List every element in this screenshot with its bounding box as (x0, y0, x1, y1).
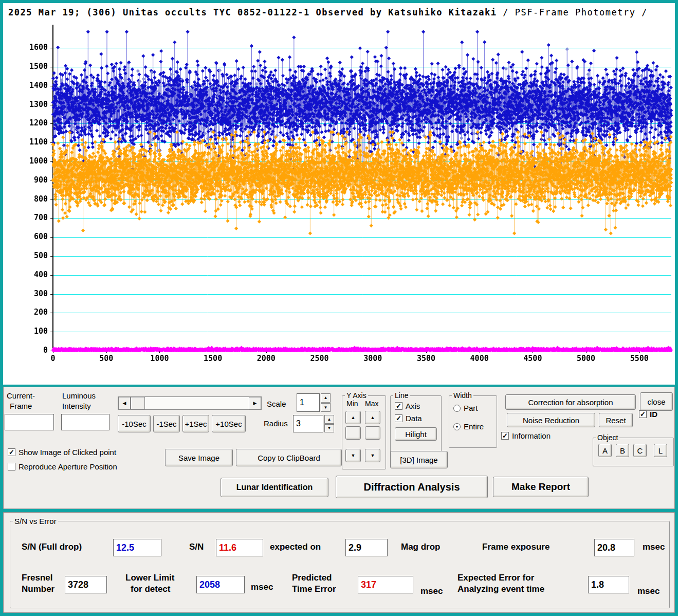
scale-spinner: 1 ▲ ▼ (297, 393, 331, 412)
lower-limit-input[interactable] (196, 576, 245, 593)
chart-title: 2025 Mar 19; (306) Unitas occults TYC 08… (8, 7, 648, 17)
sn-error-panel: S/N vs Error S/N (Full drop) S/N expecte… (3, 512, 675, 613)
sn-full-drop-label: S/N (Full drop) (22, 542, 82, 552)
predicted-time-error-input[interactable] (358, 576, 413, 593)
fresnel-number-input[interactable] (65, 576, 107, 593)
correction-for-absorption-button[interactable]: Correction for absorption (505, 394, 636, 410)
radius-value[interactable]: 3 (293, 415, 323, 432)
fresnel-label-2: Number (22, 584, 54, 594)
sn-vs-error-legend: S/N vs Error (13, 517, 58, 526)
id-checkbox[interactable]: ✓ ID (639, 410, 657, 419)
data-checkbox-label: Data (406, 414, 422, 423)
light-curve-plot[interactable] (3, 19, 675, 385)
minus-1sec-button[interactable]: -1Sec (153, 415, 180, 432)
y-max-up-icon[interactable]: ▲ (365, 411, 380, 424)
information-checkbox[interactable]: ✓ Information (501, 431, 551, 440)
copy-to-clipboard-button[interactable]: Copy to ClipBoard (236, 449, 342, 466)
chart-title-main: 2025 Mar 19; (306) Unitas occults TYC 08… (8, 7, 497, 17)
chart-title-suffix: / PSF-Frame Photometry / (497, 7, 648, 17)
radius-down-icon[interactable]: ▼ (324, 424, 334, 433)
plus-10sec-button[interactable]: +10Sec (212, 415, 246, 432)
scroll-left-icon[interactable]: ◀ (118, 397, 131, 409)
scrollbar-track[interactable] (145, 397, 249, 409)
expected-error-input[interactable] (588, 576, 629, 593)
data-checkbox-box: ✓ (395, 414, 402, 422)
luminous-intensity-input[interactable] (61, 414, 109, 430)
close-button[interactable]: close (640, 392, 673, 411)
axis-checkbox[interactable]: ✓ Axis (395, 402, 420, 410)
object-l-button[interactable]: L (654, 444, 667, 457)
control-panel: Current- Frame Luminous Intensity ◀ ▶ Sc… (3, 387, 675, 509)
luminous-intensity-label: Luminous (62, 391, 96, 400)
sn-vs-error-group: S/N vs Error S/N (Full drop) S/N expecte… (10, 517, 670, 608)
scrollbar-thumb[interactable] (131, 397, 145, 409)
frame-exposure-input[interactable] (594, 539, 634, 556)
reproduce-aperture-checkbox-label: Reproduce Aperture Position (19, 462, 117, 471)
3d-image-button[interactable]: [3D] Image (390, 451, 448, 468)
line-group-legend: Line (393, 391, 410, 400)
y-axis-group: Y Axis Min Max ▲ ▲ ▼ ▼ (342, 391, 386, 469)
width-part-radio[interactable]: Part (453, 404, 478, 412)
expected-error-label-2: Analyzing event time (457, 584, 544, 594)
predicted-label: Predicted (292, 573, 332, 583)
y-min-down-icon[interactable]: ▼ (345, 449, 361, 462)
make-report-button[interactable]: Make Report (493, 477, 589, 497)
frame-exposure-label: Frame exposure (482, 542, 549, 552)
show-image-checkbox[interactable]: ✓ Show Image of Clicked point (8, 448, 116, 457)
mag-drop-label: Mag drop (401, 542, 441, 552)
scale-down-icon[interactable]: ▼ (321, 403, 331, 412)
object-a-button[interactable]: A (598, 444, 612, 457)
radius-spinner: 3 ▲ ▼ (293, 415, 334, 432)
radius-up-icon[interactable]: ▲ (324, 415, 334, 424)
predicted-label-2: Time Error (292, 584, 336, 594)
hilight-button[interactable]: Hilight (395, 427, 437, 441)
scale-up-icon[interactable]: ▲ (321, 393, 331, 403)
width-entire-label: Entire (464, 422, 484, 431)
information-checkbox-box: ✓ (501, 432, 509, 440)
sn-label: S/N (189, 542, 204, 552)
y-min-up-icon[interactable]: ▲ (345, 411, 361, 424)
width-entire-radio[interactable]: ● Entire (453, 422, 484, 431)
reset-button[interactable]: Reset (599, 413, 633, 427)
information-checkbox-label: Information (512, 431, 551, 440)
y-axis-max-label: Max (365, 400, 378, 408)
lunar-identification-button[interactable]: Lunar Identification (221, 478, 328, 497)
object-b-button[interactable]: B (616, 444, 629, 457)
lower-limit-label: Lower Limit (125, 573, 174, 583)
object-group-legend: Object (596, 433, 619, 442)
width-group: Width Part ● Entire (449, 391, 497, 448)
lower-limit-label-2: for detect (131, 584, 170, 594)
expected-error-msec-label: msec (637, 586, 659, 596)
frame-exposure-msec-label: msec (643, 542, 665, 552)
y-axis-group-legend: Y Axis (345, 391, 368, 400)
reproduce-aperture-checkbox-box (8, 463, 15, 470)
width-entire-radio-circle: ● (453, 423, 461, 430)
data-checkbox[interactable]: ✓ Data (395, 414, 422, 423)
scale-value[interactable]: 1 (297, 393, 320, 412)
reproduce-aperture-checkbox[interactable]: Reproduce Aperture Position (8, 462, 117, 471)
plus-1sec-button[interactable]: +1Sec (182, 415, 209, 432)
width-group-legend: Width (452, 391, 473, 400)
axis-checkbox-box: ✓ (395, 402, 402, 410)
minus-10sec-button[interactable]: -10Sec (118, 415, 151, 432)
sn-full-drop-input[interactable] (113, 539, 161, 556)
save-image-button[interactable]: Save Image (165, 449, 233, 466)
scroll-right-icon[interactable]: ▶ (249, 397, 261, 409)
y-max-down-icon[interactable]: ▼ (365, 449, 380, 462)
id-checkbox-box: ✓ (639, 410, 647, 418)
object-group: Object A B C L (593, 433, 674, 466)
width-part-label: Part (464, 404, 478, 412)
expected-error-label: Expected Error for (457, 573, 534, 583)
y-axis-min-label: Min (346, 400, 358, 408)
expected-on-input[interactable] (345, 539, 388, 556)
current-frame-input[interactable] (5, 414, 54, 430)
noise-reduction-button[interactable]: Noise Reduction (507, 413, 595, 427)
y-max-track[interactable] (365, 426, 380, 440)
id-checkbox-label: ID (650, 410, 657, 419)
sn-input[interactable] (216, 539, 263, 556)
object-c-button[interactable]: C (633, 444, 647, 457)
frame-scrollbar[interactable]: ◀ ▶ (118, 396, 262, 410)
radius-label: Radius (264, 419, 288, 428)
y-min-track[interactable] (345, 426, 361, 440)
diffraction-analysis-button[interactable]: Diffraction Analysis (336, 476, 488, 498)
